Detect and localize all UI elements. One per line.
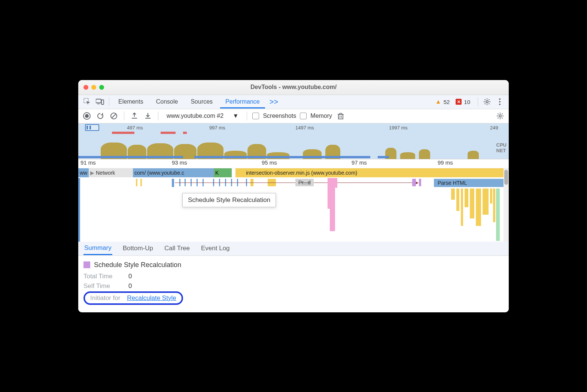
flame-segment[interactable] — [223, 168, 226, 177]
record-button[interactable] — [82, 111, 92, 121]
flame-tick — [456, 189, 459, 211]
target-label: www.youtube.com #2 — [167, 113, 223, 119]
flame-ruler[interactable]: 91 ms 93 ms 95 ms 97 ms 99 ms — [78, 159, 509, 168]
download-icon[interactable] — [143, 111, 153, 121]
tab-sources[interactable]: Sources — [185, 95, 218, 108]
total-time-value: 0 — [128, 273, 504, 280]
flame-segment[interactable] — [238, 168, 241, 177]
total-time-label: Total Time — [83, 273, 128, 280]
flame-tick — [483, 189, 489, 215]
window-title: DevTools - www.youtube.com/ — [78, 84, 509, 91]
memory-checkbox[interactable] — [300, 113, 307, 119]
flame-tooltip: Schedule Style Recalculation — [182, 193, 276, 207]
divider — [158, 111, 158, 120]
svg-rect-2 — [97, 104, 100, 104]
svg-point-4 — [486, 101, 488, 103]
upload-icon[interactable] — [130, 111, 139, 121]
flame-tick — [136, 179, 137, 186]
flame-tick — [493, 189, 495, 222]
screenshots-label: Screenshots — [263, 113, 296, 119]
capture-settings-icon[interactable] — [495, 111, 505, 121]
svg-point-5 — [499, 98, 501, 100]
overview-marker — [161, 132, 176, 134]
flame-tick — [465, 189, 468, 207]
summary-panel: Schedule Style Recalculation Total Time … — [78, 256, 509, 312]
event-name: Schedule Style Recalculation — [94, 261, 181, 269]
reload-record-button[interactable] — [95, 111, 105, 121]
divider — [109, 97, 109, 106]
flame-scrollbar[interactable] — [504, 168, 509, 242]
timeline-overview[interactable]: 497 ms 997 ms 1497 ms 1997 ms 249 — [78, 123, 509, 159]
flame-tick — [496, 189, 500, 241]
warning-count[interactable]: 52 — [444, 99, 450, 105]
overview-tick: 1997 ms — [389, 125, 408, 131]
gc-icon[interactable] — [336, 111, 346, 121]
ruler-tick: 95 ms — [262, 159, 277, 166]
inspect-icon[interactable] — [82, 97, 92, 107]
tab-event-log[interactable]: Event Log — [200, 242, 231, 254]
overview-tick: 1497 ms — [295, 125, 314, 131]
flame-segment[interactable] — [226, 168, 229, 177]
tab-performance[interactable]: Performance — [220, 95, 265, 108]
error-count[interactable]: 10 — [464, 99, 470, 105]
flame-tick — [140, 179, 142, 186]
flame-chart[interactable]: ww ▶Network com/ (www.youtube.c K inters… — [78, 168, 509, 242]
flame-tick — [451, 189, 455, 200]
self-time-value: 0 — [128, 282, 504, 290]
flame-tick — [172, 179, 174, 187]
initiator-link[interactable]: Recalculate Style — [127, 294, 176, 302]
flame-segment[interactable] — [229, 168, 232, 177]
divider — [247, 111, 247, 120]
flame-parse-html[interactable]: Parse HTML — [434, 179, 504, 187]
ruler-tick: 91 ms — [80, 159, 96, 166]
settings-icon[interactable] — [482, 97, 492, 107]
flame-style-block[interactable] — [419, 179, 421, 186]
tab-bottom-up[interactable]: Bottom-Up — [122, 242, 154, 254]
flame-tick — [78, 178, 80, 242]
tab-summary[interactable]: Summary — [83, 242, 112, 255]
devtools-window: DevTools - www.youtube.com/ Elements Con… — [78, 80, 509, 312]
flame-segment[interactable]: ww — [78, 168, 89, 177]
warning-icon[interactable]: ▲ — [435, 98, 441, 105]
memory-label: Memory — [310, 113, 332, 119]
flame-style-block[interactable] — [412, 179, 416, 186]
target-dropdown[interactable]: www.youtube.com #2 ▼ — [164, 111, 241, 121]
flame-segment[interactable]: intersection-observer.min.js (www.youtub… — [244, 168, 504, 177]
svg-rect-3 — [101, 100, 104, 104]
tab-call-tree[interactable]: Call Tree — [164, 242, 191, 254]
flame-segment[interactable]: com/ (www.youtube.c — [133, 168, 214, 177]
device-toggle-icon[interactable] — [95, 97, 105, 107]
initiator-label: Initiator for — [90, 294, 120, 302]
overview-selection-handle[interactable] — [85, 124, 99, 131]
tab-console[interactable]: Console — [151, 95, 183, 108]
overview-marker — [112, 132, 134, 134]
flame-segment[interactable] — [220, 168, 223, 177]
more-icon[interactable] — [495, 97, 505, 107]
flame-segment[interactable]: K — [214, 168, 220, 177]
tabs-overflow-button[interactable]: >> — [267, 98, 280, 106]
event-color-swatch — [83, 261, 90, 268]
detail-tabs: Summary Bottom-Up Call Tree Event Log — [78, 242, 509, 256]
flame-segment[interactable] — [241, 168, 244, 177]
flame-layout-block[interactable] — [330, 209, 335, 231]
flame-tick — [490, 189, 492, 203]
net-bar — [378, 156, 389, 158]
svg-point-6 — [499, 101, 501, 102]
error-icon[interactable]: ✕ — [456, 99, 462, 105]
flame-layout-block[interactable] — [328, 188, 335, 209]
divider — [124, 111, 124, 120]
ruler-tick: 99 ms — [438, 159, 453, 166]
flame-network-track[interactable]: ▶Network — [89, 168, 133, 177]
ruler-tick: 97 ms — [352, 159, 367, 166]
flame-tick — [470, 189, 474, 218]
svg-line-9 — [112, 114, 116, 118]
flame-layout-block[interactable] — [328, 178, 337, 188]
clear-button[interactable] — [109, 111, 119, 121]
net-bar — [194, 156, 370, 158]
flame-tick — [476, 189, 481, 226]
tab-elements[interactable]: Elements — [113, 95, 149, 108]
screenshots-checkbox[interactable] — [252, 113, 259, 119]
flame-segment[interactable] — [235, 168, 238, 177]
flame-segment-truncated[interactable]: Pr...d — [295, 179, 314, 186]
overview-tick: 497 ms — [127, 125, 143, 131]
